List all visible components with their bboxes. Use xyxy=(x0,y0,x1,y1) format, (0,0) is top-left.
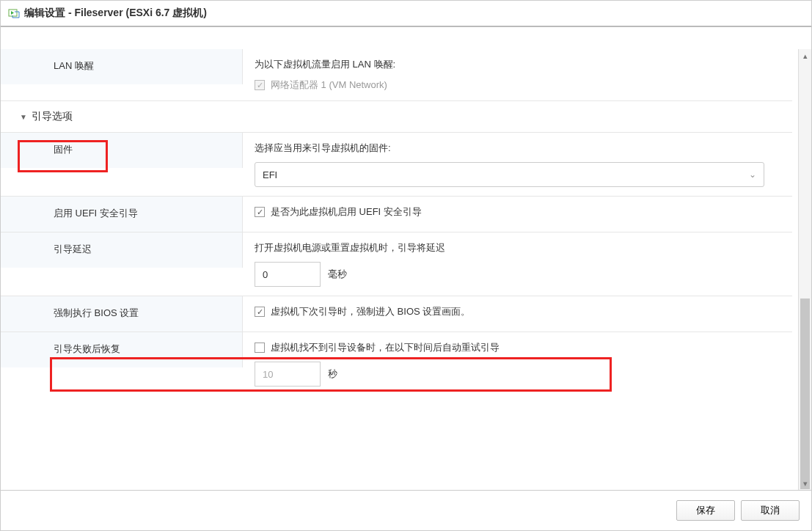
titlebar: 编辑设置 - Fileserver (ESXi 6.7 虚拟机) xyxy=(1,1,811,27)
label-boot-fail-retry: 引导失败后恢复 xyxy=(1,332,243,367)
boot-delay-desc: 打开虚拟机电源或重置虚拟机时，引导将延迟 xyxy=(255,241,780,254)
row-firmware: 固件 选择应当用来引导虚拟机的固件: EFI ⌄ xyxy=(1,132,792,196)
boot-delay-unit: 毫秒 xyxy=(328,268,347,281)
scroll-thumb[interactable] xyxy=(800,299,810,489)
force-bios-label: 虚拟机下次引导时，强制进入 BIOS 设置画面。 xyxy=(271,305,470,318)
checkbox-lan-wake xyxy=(255,80,265,90)
boot-fail-retry-input xyxy=(255,362,321,387)
value-uefi-secure: 是否为此虚拟机启用 UEFI 安全引导 xyxy=(243,197,792,227)
firmware-select[interactable]: EFI ⌄ xyxy=(255,162,764,187)
label-text: 强制执行 BIOS 设置 xyxy=(54,307,139,320)
checkbox-boot-fail-retry[interactable] xyxy=(255,343,265,353)
boot-fail-check: 虚拟机找不到引导设备时，在以下时间后自动重试引导 xyxy=(255,341,780,354)
edit-settings-dialog: 编辑设置 - Fileserver (ESXi 6.7 虚拟机) LAN 唤醒 … xyxy=(0,0,812,531)
vertical-scrollbar[interactable]: ▴ ▾ xyxy=(798,49,811,490)
label-text: 固件 xyxy=(54,143,73,156)
label-text: 启用 UEFI 安全引导 xyxy=(54,207,138,220)
cancel-button[interactable]: 取消 xyxy=(741,500,800,521)
lan-wake-adapter-label: 网络适配器 1 (VM Network) xyxy=(271,78,387,92)
boot-fail-retry-unit: 秒 xyxy=(328,367,337,381)
boot-fail-label: 虚拟机找不到引导设备时，在以下时间后自动重试引导 xyxy=(271,341,500,354)
label-uefi-secure: 启用 UEFI 安全引导 xyxy=(1,197,243,232)
value-force-bios: 虚拟机下次引导时，强制进入 BIOS 设置画面。 xyxy=(243,296,792,327)
row-lan-wake: LAN 唤醒 为以下虚拟机流量启用 LAN 唤醒: 网络适配器 1 (VM Ne… xyxy=(1,49,792,100)
label-force-bios: 强制执行 BIOS 设置 xyxy=(1,296,243,332)
lan-wake-desc: 为以下虚拟机流量启用 LAN 唤醒: xyxy=(255,58,780,71)
boot-delay-input[interactable] xyxy=(255,262,321,287)
checkbox-uefi-secure[interactable] xyxy=(255,207,265,217)
caret-down-icon: ▼ xyxy=(20,113,27,121)
uefi-secure-label: 是否为此虚拟机启用 UEFI 安全引导 xyxy=(271,205,422,219)
scroll-up-arrow-icon[interactable]: ▴ xyxy=(799,49,811,62)
value-boot-fail-retry: 虚拟机找不到引导设备时，在以下时间后自动重试引导 秒 xyxy=(243,332,792,395)
boot-options-header[interactable]: ▼ 引导选项 xyxy=(1,101,792,132)
firmware-desc: 选择应当用来引导虚拟机的固件: xyxy=(255,142,780,155)
row-uefi-secure: 启用 UEFI 安全引导 是否为此虚拟机启用 UEFI 安全引导 xyxy=(1,196,792,232)
row-boot-fail-retry: 引导失败后恢复 虚拟机找不到引导设备时，在以下时间后自动重试引导 秒 xyxy=(1,332,792,395)
dialog-footer: 保存 取消 xyxy=(1,491,811,530)
firmware-selected: EFI xyxy=(263,169,277,180)
value-firmware: 选择应当用来引导虚拟机的固件: EFI ⌄ xyxy=(243,133,792,196)
label-text: LAN 唤醒 xyxy=(54,59,94,73)
value-boot-delay: 打开虚拟机电源或重置虚拟机时，引导将延迟 毫秒 xyxy=(243,232,792,296)
row-boot-section: ▼ 引导选项 xyxy=(1,100,792,132)
force-bios-check: 虚拟机下次引导时，强制进入 BIOS 设置画面。 xyxy=(255,305,780,318)
label-text: 引导失败后恢复 xyxy=(54,343,120,356)
row-force-bios: 强制执行 BIOS 设置 虚拟机下次引导时，强制进入 BIOS 设置画面。 xyxy=(1,296,792,332)
checkbox-force-bios[interactable] xyxy=(255,307,265,317)
chevron-down-icon: ⌄ xyxy=(749,169,756,180)
content: LAN 唤醒 为以下虚拟机流量启用 LAN 唤醒: 网络适配器 1 (VM Ne… xyxy=(1,27,811,491)
label-boot-delay: 引导延迟 xyxy=(1,232,243,268)
save-button[interactable]: 保存 xyxy=(676,500,735,521)
boot-fail-line: 秒 xyxy=(255,362,780,387)
label-text: 引导延迟 xyxy=(54,243,92,256)
scroll-down-arrow-icon[interactable]: ▾ xyxy=(799,477,811,490)
boot-delay-line: 毫秒 xyxy=(255,262,780,287)
window-title: 编辑设置 - Fileserver (ESXi 6.7 虚拟机) xyxy=(24,7,207,20)
label-lan-wake: LAN 唤醒 xyxy=(1,49,243,84)
value-lan-wake: 为以下虚拟机流量启用 LAN 唤醒: 网络适配器 1 (VM Network) xyxy=(243,49,792,100)
lan-wake-adapter: 网络适配器 1 (VM Network) xyxy=(255,78,780,92)
uefi-secure-check: 是否为此虚拟机启用 UEFI 安全引导 xyxy=(255,205,780,219)
row-boot-delay: 引导延迟 打开虚拟机电源或重置虚拟机时，引导将延迟 毫秒 xyxy=(1,232,792,296)
boot-section-label: 引导选项 xyxy=(32,110,73,123)
label-firmware: 固件 xyxy=(1,133,243,168)
vm-icon xyxy=(8,7,20,19)
form-area: LAN 唤醒 为以下虚拟机流量启用 LAN 唤醒: 网络适配器 1 (VM Ne… xyxy=(1,49,798,490)
